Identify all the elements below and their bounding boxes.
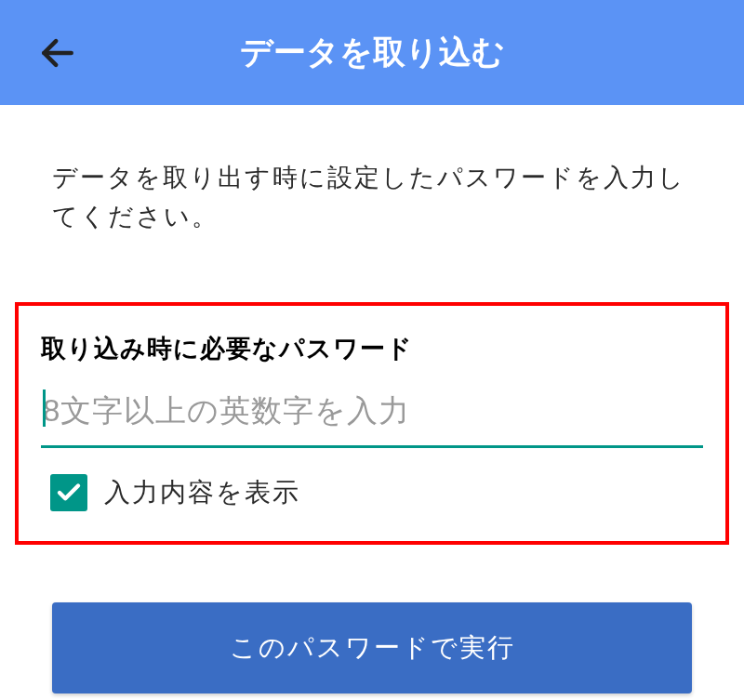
page-title: データを取り込む bbox=[28, 31, 716, 74]
header: データを取り込む bbox=[0, 0, 744, 105]
submit-button[interactable]: このパスワードで実行 bbox=[52, 602, 692, 693]
show-password-checkbox[interactable] bbox=[50, 474, 87, 511]
show-password-row: 入力内容を表示 bbox=[41, 474, 703, 511]
password-input-wrapper bbox=[41, 386, 703, 448]
content-area: データを取り出す時に設定したパスワードを入力してください。 取り込み時に必要なパ… bbox=[0, 105, 744, 693]
show-password-label: 入力内容を表示 bbox=[104, 475, 300, 510]
password-input[interactable] bbox=[41, 386, 703, 448]
instruction-text: データを取り出す時に設定したパスワードを入力してください。 bbox=[52, 159, 692, 237]
back-arrow-icon[interactable] bbox=[37, 33, 78, 73]
password-label: 取り込み時に必要なパスワード bbox=[41, 332, 703, 365]
password-section: 取り込み時に必要なパスワード 入力内容を表示 bbox=[15, 302, 729, 545]
text-cursor bbox=[43, 390, 46, 427]
